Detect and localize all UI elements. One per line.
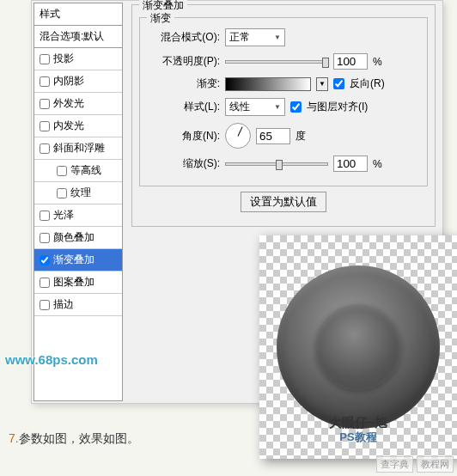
sidebar-item-color-overlay[interactable]: 颜色叠加	[34, 227, 122, 249]
gradient-picker-arrow[interactable]: ▼	[316, 77, 328, 91]
slider-thumb[interactable]	[322, 58, 329, 68]
default-btn-row: 设置为默认值	[139, 192, 428, 212]
scale-slider[interactable]	[225, 162, 328, 166]
checkbox[interactable]	[40, 278, 50, 288]
scale-input[interactable]	[333, 156, 368, 172]
gradient-inner-group: 渐变 混合模式(O): 正常 ▼ 不透明度(P): % 渐变:	[139, 17, 428, 186]
label: 斜面和浮雕	[53, 141, 105, 156]
checkbox[interactable]	[40, 99, 50, 109]
style-dropdown[interactable]: 线性 ▼	[225, 98, 285, 116]
url-watermark: www.68ps.com	[5, 352, 98, 367]
caption-text: 参数如图，效果如图。	[19, 431, 139, 445]
checkbox[interactable]	[57, 188, 67, 198]
sidebar-item-stroke[interactable]: 描边	[34, 294, 122, 316]
label: 投影	[53, 52, 74, 66]
label: 光泽	[53, 208, 74, 223]
angle-widget[interactable]	[225, 123, 251, 149]
style-sidebar: 样式 混合选项:默认 投影 内阴影 外发光 内发光 斜面和浮雕 等高线 纹理 光…	[34, 3, 123, 401]
blend-mode-label: 混合模式(O):	[147, 30, 220, 45]
sidebar-item-contour[interactable]: 等高线	[34, 160, 122, 182]
label: 描边	[53, 297, 74, 312]
checkbox[interactable]	[40, 54, 50, 64]
align-label: 与图层对齐(I)	[307, 100, 368, 114]
gradient-preview[interactable]	[225, 77, 311, 91]
chevron-down-icon: ▼	[274, 103, 281, 111]
label: 内发光	[53, 119, 84, 133]
caption: 7.参数如图，效果如图。	[9, 431, 139, 447]
checkbox[interactable]	[40, 255, 50, 265]
footer-watermark: 查字典 教程网	[376, 456, 454, 473]
footer-a: 查字典	[376, 456, 413, 473]
angle-row: 角度(N): 度	[147, 123, 420, 149]
set-default-button[interactable]: 设置为默认值	[241, 192, 326, 212]
opacity-row: 不透明度(P): %	[147, 53, 420, 70]
inner-title: 渐变	[147, 11, 174, 26]
label: 等高线	[70, 163, 101, 178]
label: 内阴影	[53, 74, 84, 88]
blend-mode-row: 混合模式(O): 正常 ▼	[147, 28, 420, 46]
watermark-sub: PS教程	[339, 430, 376, 445]
checkbox[interactable]	[40, 121, 50, 131]
sphere-inner	[315, 304, 401, 390]
gradient-label: 渐变:	[147, 76, 220, 91]
opacity-unit: %	[373, 56, 382, 68]
blend-mode-dropdown[interactable]: 正常 ▼	[225, 28, 285, 46]
dropdown-value: 线性	[229, 100, 250, 114]
checkbox[interactable]	[40, 211, 50, 221]
label: 图案叠加	[53, 275, 94, 290]
opacity-label: 不透明度(P):	[147, 54, 220, 69]
sidebar-subtitle[interactable]: 混合选项:默认	[34, 26, 122, 48]
gradient-overlay-group: 渐变叠加 渐变 混合模式(O): 正常 ▼ 不透明度(P): %	[131, 4, 436, 227]
sidebar-item-drop-shadow[interactable]: 投影	[34, 48, 122, 70]
sidebar-item-inner-shadow[interactable]: 内阴影	[34, 70, 122, 93]
checkbox[interactable]	[40, 143, 50, 154]
gradient-row: 渐变: ▼ 反向(R)	[147, 76, 420, 91]
sphere-outer	[277, 265, 440, 429]
label: 渐变叠加	[53, 253, 94, 267]
footer-b: 教程网	[417, 456, 454, 473]
reverse-checkbox[interactable]	[333, 78, 344, 89]
sidebar-item-texture[interactable]: 纹理	[34, 182, 122, 204]
label: 颜色叠加	[53, 230, 94, 245]
sidebar-item-pattern-overlay[interactable]: 图案叠加	[34, 272, 122, 294]
align-checkbox[interactable]	[290, 101, 302, 113]
scale-label: 缩放(S):	[147, 156, 220, 171]
chevron-down-icon: ▼	[274, 34, 281, 41]
angle-label: 角度(N):	[147, 129, 220, 143]
sidebar-header: 样式	[34, 3, 122, 26]
sidebar-item-inner-glow[interactable]: 内发光	[34, 115, 122, 137]
checkbox[interactable]	[40, 233, 50, 243]
label: 纹理	[70, 186, 91, 200]
opacity-input[interactable]	[333, 53, 368, 70]
reverse-label: 反向(R)	[350, 76, 385, 91]
angle-input[interactable]	[256, 128, 290, 144]
sidebar-item-bevel[interactable]: 斜面和浮雕	[34, 137, 122, 160]
sidebar-item-gradient-overlay[interactable]: 渐变叠加	[34, 249, 122, 272]
style-label: 样式(L):	[147, 100, 220, 114]
style-row: 样式(L): 线性 ▼ 与图层对齐(I)	[147, 98, 420, 116]
sidebar-item-satin[interactable]: 光泽	[34, 204, 122, 227]
caption-number: 7.	[9, 431, 19, 445]
slider-thumb[interactable]	[276, 160, 283, 170]
scale-unit: %	[373, 158, 382, 170]
sidebar-item-outer-glow[interactable]: 外发光	[34, 93, 122, 115]
preview-panel: 大眼仔~旭 PS教程	[259, 235, 457, 459]
checkbox[interactable]	[57, 166, 67, 176]
opacity-slider[interactable]	[225, 60, 328, 64]
checkbox[interactable]	[40, 300, 50, 310]
angle-unit: 度	[296, 129, 306, 143]
checkbox[interactable]	[40, 76, 50, 87]
label: 外发光	[53, 96, 84, 111]
angle-indicator	[238, 126, 243, 136]
dropdown-value: 正常	[229, 30, 250, 45]
scale-row: 缩放(S): %	[147, 156, 420, 172]
